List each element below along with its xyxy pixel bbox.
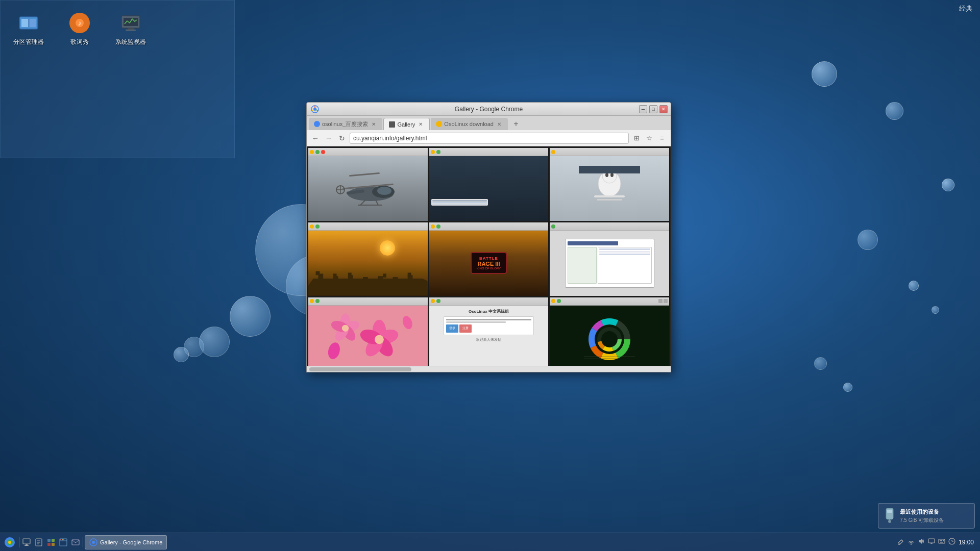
forward-button[interactable]: → bbox=[323, 133, 334, 144]
bubble-r2 bbox=[886, 102, 903, 120]
desktop-icon-lyrics[interactable]: ♪ 歌词秀 bbox=[62, 11, 97, 46]
greatwall-image bbox=[308, 231, 428, 295]
gallery-item-bigmax[interactable] bbox=[550, 148, 669, 221]
desktop-icons-area: 分区管理器 ♪ 歌词秀 系统监视器 bbox=[0, 0, 235, 158]
svg-rect-83 bbox=[52, 539, 55, 542]
svg-rect-84 bbox=[47, 543, 51, 546]
taskbar-icon-mail[interactable] bbox=[70, 537, 81, 548]
dot23 bbox=[551, 299, 555, 303]
back-button[interactable]: ← bbox=[310, 133, 321, 144]
gallery-item-game[interactable]: BATTLE RAGE III KING OF GLORY bbox=[429, 222, 549, 295]
tray-keyboard-icon[interactable] bbox=[938, 538, 945, 546]
minimize-button[interactable]: ─ bbox=[639, 105, 647, 113]
taskbar-icon-browser[interactable] bbox=[58, 537, 69, 548]
browser-window: Gallery - Google Chrome ─ □ ✕ osolinux_百… bbox=[306, 102, 671, 372]
svg-text:♪: ♪ bbox=[78, 19, 82, 27]
h-scrollbar[interactable] bbox=[307, 366, 671, 372]
svg-line-94 bbox=[901, 540, 903, 541]
taskbar-icon-apps[interactable] bbox=[45, 537, 57, 548]
svg-rect-10 bbox=[126, 30, 136, 31]
taskbar-item-chrome[interactable]: Gallery - Google Chrome bbox=[85, 535, 167, 549]
tab-gallery[interactable]: Gallery ✕ bbox=[383, 118, 430, 130]
tray-display-icon[interactable] bbox=[928, 538, 935, 546]
tab-search-close[interactable]: ✕ bbox=[370, 121, 377, 128]
tab-osolinux-close[interactable]: ✕ bbox=[496, 121, 503, 128]
svg-point-49 bbox=[342, 324, 349, 331]
taskbar-chrome-icon bbox=[89, 538, 97, 546]
gallery-item-osolinux[interactable]: OsoLinux 中文系统组 登录 注册 bbox=[429, 297, 549, 370]
gallery-item-greatwall[interactable] bbox=[308, 222, 428, 295]
tray-edit-icon[interactable] bbox=[897, 538, 904, 546]
gallery-item-filemanager[interactable] bbox=[550, 222, 669, 295]
gallery-content: BATTLE RAGE III KING OF GLORY bbox=[307, 146, 671, 372]
desktop-icon-partition[interactable]: 分区管理器 bbox=[11, 11, 46, 46]
svg-rect-76 bbox=[26, 544, 28, 545]
svg-rect-36 bbox=[408, 273, 411, 277]
svg-rect-32 bbox=[316, 271, 320, 276]
svg-rect-103 bbox=[941, 540, 942, 541]
tab-gallery-close[interactable]: ✕ bbox=[417, 121, 424, 128]
tab-bar: osolinux_百度搜索 ✕ Gallery ✕ OsoLinux downl… bbox=[307, 116, 671, 130]
taskbar-icon-file[interactable] bbox=[33, 537, 44, 548]
dot1 bbox=[310, 150, 314, 154]
taskbar-divider-1 bbox=[19, 537, 19, 547]
reload-button[interactable]: ↻ bbox=[336, 133, 348, 144]
close-button[interactable]: ✕ bbox=[659, 105, 668, 113]
svg-point-90 bbox=[63, 539, 64, 540]
maximize-button[interactable]: □ bbox=[649, 105, 657, 113]
svg-point-63 bbox=[604, 334, 615, 344]
menu-icon[interactable]: ≡ bbox=[656, 133, 668, 144]
dot5 bbox=[436, 150, 440, 154]
item-btn2 bbox=[664, 299, 668, 303]
svg-point-88 bbox=[60, 539, 61, 540]
svg-rect-2 bbox=[30, 19, 36, 27]
svg-rect-105 bbox=[940, 542, 943, 543]
sysmonitor-icon bbox=[118, 11, 143, 35]
svg-rect-33 bbox=[333, 274, 337, 278]
dot20 bbox=[431, 299, 435, 303]
dot2 bbox=[315, 150, 320, 154]
new-tab-button[interactable]: + bbox=[509, 118, 523, 130]
item-chrome-7 bbox=[308, 297, 428, 306]
extension-icon[interactable]: ⊞ bbox=[631, 133, 642, 144]
item-extra-buttons bbox=[658, 299, 668, 303]
taskbar-icon-desktop[interactable] bbox=[21, 537, 32, 548]
tab-search-label: osolinux_百度搜索 bbox=[322, 120, 368, 128]
scrollbar-thumb[interactable] bbox=[309, 367, 411, 371]
bubble-r1 bbox=[812, 61, 837, 87]
dot4 bbox=[431, 150, 435, 154]
bookmark-icon[interactable]: ☆ bbox=[644, 133, 655, 144]
tray-volume-icon[interactable] bbox=[918, 538, 925, 546]
tray-network-icon[interactable] bbox=[908, 538, 915, 546]
bubble-r7 bbox=[814, 357, 827, 370]
tray-clock-icon[interactable] bbox=[948, 538, 955, 546]
svg-rect-75 bbox=[23, 539, 30, 544]
notification-title: 最近使用的设备 bbox=[900, 508, 944, 516]
chrome-logo bbox=[311, 105, 319, 113]
tab-gallery-label: Gallery bbox=[397, 121, 415, 128]
gallery-item-flowers[interactable] bbox=[308, 297, 428, 370]
tab-osolinux[interactable]: OsoLinux download ✕ bbox=[431, 118, 508, 130]
desktop-icon-sysmonitor[interactable]: 系统监视器 bbox=[113, 11, 149, 46]
item-chrome-3 bbox=[550, 148, 669, 156]
filemanager-image bbox=[550, 231, 669, 295]
browser-title: Gallery - Google Chrome bbox=[455, 106, 523, 113]
svg-point-93 bbox=[92, 541, 95, 544]
dot7 bbox=[551, 150, 555, 154]
bigmax-image bbox=[550, 156, 669, 221]
item-btn1 bbox=[658, 299, 663, 303]
dot16 bbox=[551, 224, 555, 229]
start-button[interactable] bbox=[2, 535, 17, 549]
gallery-item-chart[interactable] bbox=[550, 297, 669, 370]
dot10 bbox=[310, 224, 314, 229]
item-chrome-2 bbox=[429, 148, 549, 156]
url-input[interactable]: cu.yanqian.info/gallery.html bbox=[350, 133, 629, 144]
tab-search[interactable]: osolinux_百度搜索 ✕ bbox=[309, 118, 382, 130]
gallery-item-screenshot[interactable] bbox=[429, 148, 549, 221]
title-bar: Gallery - Google Chrome ─ □ ✕ bbox=[307, 103, 671, 116]
svg-rect-29 bbox=[594, 195, 625, 197]
svg-point-89 bbox=[62, 539, 63, 540]
dot21 bbox=[436, 299, 440, 303]
svg-rect-69 bbox=[887, 516, 891, 517]
gallery-item-helicopter[interactable] bbox=[308, 148, 428, 221]
